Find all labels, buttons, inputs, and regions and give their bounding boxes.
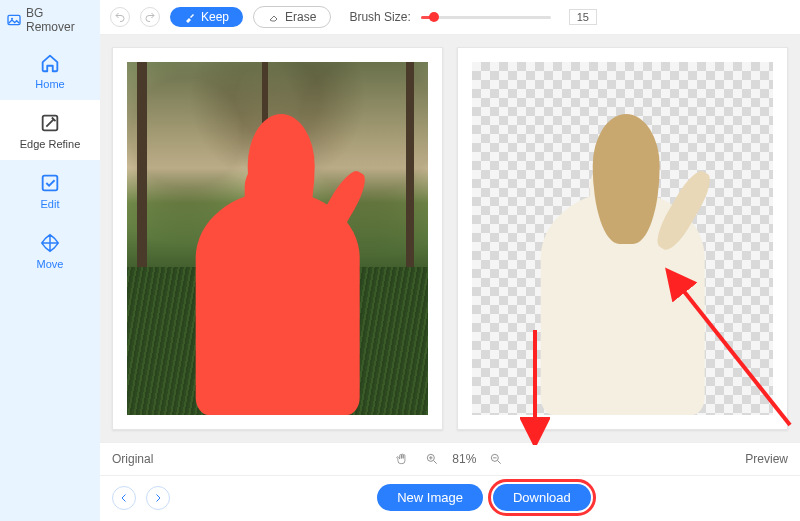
next-button[interactable] xyxy=(146,486,170,510)
erase-label: Erase xyxy=(285,10,316,24)
brush-size-label: Brush Size: xyxy=(349,10,410,24)
keep-button[interactable]: Keep xyxy=(170,7,243,27)
preview-panel xyxy=(457,47,788,430)
home-icon xyxy=(39,52,61,74)
main: Keep Erase Brush Size: 15 xyxy=(100,0,800,521)
redo-button[interactable] xyxy=(140,7,160,27)
undo-icon xyxy=(114,11,126,23)
zoom-out-icon xyxy=(489,452,503,466)
chevron-left-icon xyxy=(118,492,130,504)
pan-button[interactable] xyxy=(392,449,412,469)
sidebar-item-label: Home xyxy=(35,78,64,90)
bottom-bar: New Image Download xyxy=(100,475,800,521)
prev-button[interactable] xyxy=(112,486,136,510)
zoom-out-button[interactable] xyxy=(486,449,506,469)
brush-size-slider[interactable] xyxy=(421,9,551,25)
undo-button[interactable] xyxy=(110,7,130,27)
zoom-in-button[interactable] xyxy=(422,449,442,469)
sidebar-item-home[interactable]: Home xyxy=(0,40,100,100)
svg-rect-3 xyxy=(43,176,58,191)
svg-rect-0 xyxy=(8,15,20,24)
edit-icon xyxy=(39,172,61,194)
slider-thumb[interactable] xyxy=(429,12,439,22)
toolbar: Keep Erase Brush Size: 15 xyxy=(100,0,800,35)
sidebar: BG Remover Home Edge Refine Edit Move xyxy=(0,0,100,521)
zoom-level: 81% xyxy=(452,452,476,466)
subject-mask xyxy=(184,104,371,415)
original-label: Original xyxy=(112,452,153,466)
edge-refine-icon xyxy=(39,112,61,134)
preview-label: Preview xyxy=(745,452,788,466)
status-bar: Original 81% Preview xyxy=(100,442,800,475)
app-logo-icon xyxy=(6,12,22,28)
zoom-in-icon xyxy=(425,452,439,466)
original-image[interactable] xyxy=(127,62,428,415)
sidebar-item-edge-refine[interactable]: Edge Refine xyxy=(0,100,100,160)
keep-label: Keep xyxy=(201,10,229,24)
canvas-area xyxy=(100,35,800,442)
cutout-subject xyxy=(529,104,716,415)
move-icon xyxy=(39,232,61,254)
preview-image[interactable] xyxy=(472,62,773,415)
eraser-icon xyxy=(268,11,280,23)
sidebar-item-label: Edit xyxy=(41,198,60,210)
original-panel xyxy=(112,47,443,430)
erase-button[interactable]: Erase xyxy=(253,6,331,28)
brand-label: BG Remover xyxy=(26,6,94,34)
chevron-right-icon xyxy=(152,492,164,504)
new-image-button[interactable]: New Image xyxy=(377,484,483,511)
brand: BG Remover xyxy=(0,0,100,40)
sidebar-item-edit[interactable]: Edit xyxy=(0,160,100,220)
brush-size-value[interactable]: 15 xyxy=(569,9,597,25)
download-button[interactable]: Download xyxy=(493,484,591,511)
brush-icon xyxy=(184,11,196,23)
sidebar-item-move[interactable]: Move xyxy=(0,220,100,280)
hand-icon xyxy=(395,452,409,466)
sidebar-item-label: Move xyxy=(37,258,64,270)
redo-icon xyxy=(144,11,156,23)
sidebar-item-label: Edge Refine xyxy=(20,138,81,150)
